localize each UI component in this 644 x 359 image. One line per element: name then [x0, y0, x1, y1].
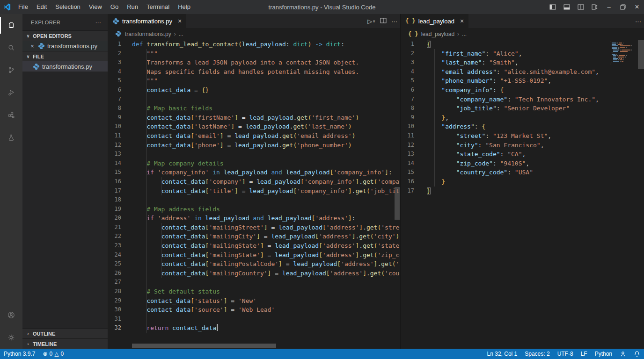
breadcrumb-right[interactable]: { } lead_payload › ... — [401, 28, 644, 40]
code-line: 1def transform_lead_to_contact(lead_payl… — [108, 40, 400, 49]
python-interpreter-status[interactable]: Python 3.9.7 — [0, 349, 39, 359]
line-number: 28 — [108, 287, 126, 296]
code-line: 9 }, — [401, 113, 644, 122]
line-number: 3 — [108, 58, 126, 67]
eol-status[interactable]: LF — [577, 349, 591, 359]
line-number: 12 — [401, 141, 419, 150]
menu-view[interactable]: View — [85, 0, 106, 14]
python-file-icon — [38, 43, 45, 50]
file-section-header[interactable]: ∨ FILE — [22, 51, 108, 61]
language-mode-status[interactable]: Python — [591, 349, 616, 359]
code-line: 5 """ — [108, 76, 400, 86]
outline-section-header[interactable]: › OUTLINE — [22, 328, 108, 338]
code-line: 23 contact_data['mailingState'] = lead_p… — [108, 241, 400, 251]
testing-icon[interactable] — [0, 126, 22, 149]
breadcrumb-more[interactable]: ... — [462, 31, 467, 37]
notifications-bell-icon[interactable] — [630, 349, 644, 359]
split-editor-icon[interactable] — [380, 17, 387, 25]
code-line: 6 "company_info": { — [401, 86, 644, 95]
vertical-scrollbar-right[interactable] — [638, 40, 644, 69]
menu-help[interactable]: Help — [174, 0, 195, 14]
minimap[interactable] — [610, 41, 637, 65]
code-line: 2 """ — [108, 49, 400, 58]
code-line: 8 "job_title": "Senior Developer" — [401, 104, 644, 113]
customize-layout-icon[interactable] — [588, 0, 602, 14]
indent-guide — [161, 177, 161, 195]
settings-gear-icon[interactable] — [0, 326, 22, 349]
extensions-icon[interactable] — [0, 104, 22, 126]
cursor-position-status[interactable]: Ln 32, Col 1 — [483, 349, 521, 359]
python-code-editor[interactable]: 1def transform_lead_to_contact(lead_payl… — [108, 40, 400, 349]
menu-edit[interactable]: Edit — [32, 0, 51, 14]
chevron-down-icon: ∨ — [25, 54, 31, 59]
json-file-icon: { } — [408, 31, 418, 37]
breadcrumb-more[interactable]: ... — [179, 31, 183, 37]
tab-lead-payload[interactable]: { } lead_payload × — [401, 14, 468, 28]
split-editor-layout-icon[interactable] — [574, 0, 588, 14]
open-editor-item[interactable]: × transformations.py — [22, 41, 108, 51]
more-actions-icon[interactable]: ··· — [391, 18, 397, 25]
breadcrumb-file[interactable]: transformations.py — [125, 31, 171, 37]
menu-selection[interactable]: Selection — [51, 0, 84, 14]
menu-terminal[interactable]: Terminal — [142, 0, 174, 14]
line-number: 6 — [108, 86, 126, 95]
breadcrumb-left[interactable]: transformations.py › ... — [108, 28, 400, 40]
editor-group-left: transformations.py × ▷∨ ··· transformati… — [108, 14, 400, 349]
run-python-file-button[interactable]: ▷∨ — [367, 18, 375, 25]
restore-button[interactable] — [616, 0, 630, 14]
code-line: 14 # Map company details — [108, 159, 400, 168]
json-code-editor[interactable]: 1{2 "first_name": "Alice",3 "last_name":… — [401, 40, 644, 349]
close-window-button[interactable]: × — [630, 0, 644, 14]
line-number: 25 — [108, 259, 126, 269]
vscode-logo-icon — [0, 3, 14, 11]
code-line: 7 — [108, 95, 400, 104]
feedback-icon[interactable] — [616, 349, 630, 359]
horizontal-scrollbar-left[interactable] — [132, 344, 276, 348]
close-tab-icon[interactable]: × — [178, 17, 182, 25]
close-tab-icon[interactable]: × — [460, 17, 464, 25]
code-line: 15 if 'company_info' in lead_payload and… — [108, 168, 400, 177]
sidebar-more-actions-icon[interactable]: ··· — [95, 20, 101, 25]
run-debug-icon[interactable] — [0, 81, 22, 104]
breadcrumb-file[interactable]: lead_payload — [421, 31, 454, 37]
explorer-icon[interactable] — [0, 14, 22, 36]
open-editors-section-header[interactable]: ∨ OPEN EDITORS — [22, 30, 108, 41]
timeline-section-header[interactable]: › TIMELINE — [22, 338, 108, 349]
tree-item-transformations[interactable]: transformations.py — [22, 61, 108, 72]
problems-status[interactable]: ⊗ 0 △ 0 — [39, 349, 67, 359]
line-number: 13 — [108, 150, 126, 159]
tab-label: lead_payload — [418, 18, 454, 25]
line-number: 31 — [108, 315, 126, 324]
menu-file[interactable]: File — [14, 0, 32, 14]
more-actions-icon[interactable]: ··· — [635, 18, 641, 25]
vertical-scrollbar-left[interactable] — [395, 187, 400, 220]
menu-go[interactable]: Go — [106, 0, 123, 14]
search-icon[interactable] — [0, 36, 22, 59]
line-number: 21 — [108, 223, 126, 232]
explorer-sidebar: EXPLORER ··· ∨ OPEN EDITORS × transforma… — [22, 14, 108, 349]
source-control-icon[interactable] — [0, 59, 22, 81]
line-number: 16 — [108, 177, 126, 187]
tab-transformations[interactable]: transformations.py × — [108, 14, 186, 28]
account-icon[interactable] — [0, 304, 22, 326]
toggle-panel-icon[interactable] — [560, 0, 574, 14]
toggle-sidebar-icon[interactable] — [546, 0, 560, 14]
line-number: 9 — [401, 113, 419, 122]
code-line: 2 "first_name": "Alice", — [401, 49, 644, 58]
line-number: 29 — [108, 296, 126, 306]
code-line: 16 } — [401, 177, 644, 187]
line-number: 5 — [108, 76, 126, 86]
close-editor-icon[interactable]: × — [29, 43, 36, 50]
encoding-status[interactable]: UTF-8 — [554, 349, 577, 359]
line-number: 10 — [401, 122, 419, 131]
run-options-chevron-icon[interactable]: ∨ — [373, 19, 375, 23]
code-line: 28 # Set default status — [108, 287, 400, 296]
menu-run[interactable]: Run — [123, 0, 142, 14]
line-number: 2 — [401, 49, 419, 58]
indentation-status[interactable]: Spaces: 2 — [521, 349, 553, 359]
line-number: 23 — [108, 241, 126, 251]
code-line: 31 — [108, 315, 400, 324]
minimize-button[interactable]: – — [602, 0, 616, 14]
error-count: 0 — [49, 351, 52, 357]
indent-guide — [434, 49, 435, 187]
